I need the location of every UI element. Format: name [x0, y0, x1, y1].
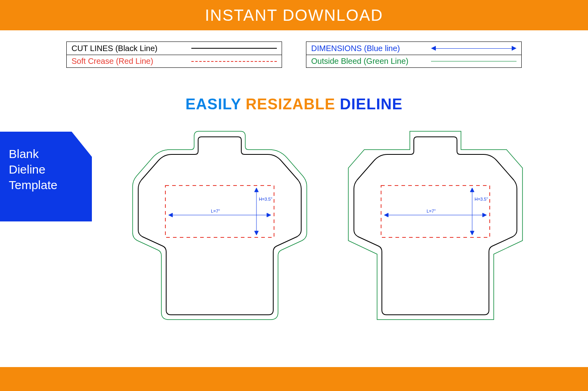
legend-label-crease: Soft Crease (Red Line)	[72, 57, 191, 66]
legend-right: DIMENSIONS (Blue line) Outside Bleed (Gr…	[306, 41, 522, 68]
subtitle-word-2: RESIZABLE	[246, 96, 335, 113]
legend-sample-crease	[191, 55, 277, 67]
bottom-banner	[0, 367, 588, 391]
bleed-outline-icon	[133, 131, 307, 320]
dim-height-label: H=3.5"	[259, 197, 272, 201]
side-badge-line3: Template	[9, 178, 58, 192]
legend-sample-dim	[431, 42, 516, 55]
svg-marker-8	[483, 213, 487, 217]
dim-height-label: H=3.5"	[475, 197, 488, 201]
svg-marker-2	[267, 213, 271, 217]
svg-marker-10	[470, 188, 474, 192]
legend-row-bleed: Outside Bleed (Green Line)	[306, 55, 521, 67]
legend-label-bleed: Outside Bleed (Green Line)	[311, 57, 431, 66]
legend-left: CUT LINES (Black Line) Soft Crease (Red …	[66, 41, 282, 68]
dimension-length	[169, 213, 271, 217]
subtitle-word-3: DIELINE	[340, 96, 403, 113]
cut-outline-icon	[354, 137, 517, 315]
legend-label-cut: CUT LINES (Black Line)	[72, 44, 191, 53]
subtitle: EASILY RESIZABLE DIELINE	[0, 96, 588, 113]
top-banner-text: INSTANT DOWNLOAD	[205, 6, 383, 24]
side-badge-line2: Dieline	[9, 163, 46, 176]
top-banner: INSTANT DOWNLOAD	[0, 0, 588, 30]
dimension-height	[470, 188, 474, 235]
dim-length-label: L=7"	[427, 209, 436, 213]
svg-marker-4	[254, 188, 258, 192]
svg-marker-11	[470, 231, 474, 235]
dimension-height	[254, 188, 258, 235]
cut-outline-icon	[138, 137, 301, 315]
dim-length-label: L=7"	[211, 209, 220, 213]
subtitle-word-1: EASILY	[185, 96, 241, 113]
legend: CUT LINES (Black Line) Soft Crease (Red …	[0, 41, 588, 68]
dieline-right: L=7" H=3.5"	[348, 130, 523, 321]
diagrams: L=7" H=3.5" L=7" H=3.5"	[132, 130, 523, 321]
side-badge: Blank Dieline Template	[0, 132, 92, 221]
legend-label-dim: DIMENSIONS (Blue line)	[311, 44, 431, 53]
legend-row-crease: Soft Crease (Red Line)	[67, 55, 282, 67]
dieline-left: L=7" H=3.5"	[132, 130, 308, 321]
svg-marker-5	[254, 231, 258, 235]
legend-sample-bleed	[431, 55, 516, 67]
svg-marker-1	[169, 213, 173, 217]
dimension-length	[384, 213, 487, 217]
legend-sample-cut	[191, 42, 277, 55]
legend-row-dim: DIMENSIONS (Blue line)	[306, 42, 521, 55]
svg-marker-7	[384, 213, 388, 217]
legend-row-cut: CUT LINES (Black Line)	[67, 42, 282, 55]
side-badge-line1: Blank	[9, 147, 39, 160]
bleed-outline-icon	[348, 131, 522, 320]
